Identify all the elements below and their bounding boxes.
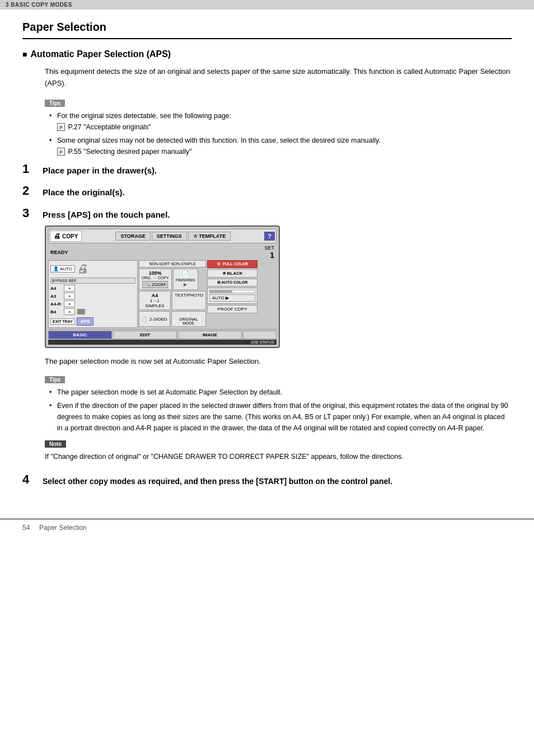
tp-full-color-btn[interactable]: 🎨 FULL COLOR xyxy=(207,260,257,268)
step-1: 1 Place paper in the drawer(s). xyxy=(22,163,512,176)
tp-image-tab[interactable]: IMAGE xyxy=(178,331,242,339)
tp-drawer-a3: A3 ≡ xyxy=(50,293,135,299)
step-2-text: Place the original(s). xyxy=(43,185,125,198)
step-4-text: Select other copy modes as required, and… xyxy=(43,473,392,487)
tp-text-photo-btn[interactable]: TEXT/PHOTO xyxy=(172,291,206,310)
tp-drawer-a4r: A4-R ≡ xyxy=(50,300,135,307)
tp-header: 🖨 COPY STORAGE SETTINGS ☆ TEMPLATE ? xyxy=(48,229,277,243)
note-box: Note If "Change direction of original" o… xyxy=(45,439,512,462)
tp-slider-track xyxy=(209,290,255,293)
tp-copy-icon: 🖨 COPY xyxy=(50,231,82,242)
tip-2-item-1: The paper selection mode is set at Autom… xyxy=(49,387,512,398)
ref-icon-2: P xyxy=(57,148,65,156)
tp-set-area: SET 1 xyxy=(264,245,274,260)
tip-1-item-2: Some original sizes may not be detected … xyxy=(49,135,512,157)
footer-page-label: Paper Selection xyxy=(39,524,87,532)
tp-black-btn[interactable]: ★ BLACK xyxy=(207,269,257,278)
touch-panel: 🖨 COPY STORAGE SETTINGS ☆ TEMPLATE ? REA… xyxy=(45,226,280,348)
tp-exit-tray-btn[interactable]: EXIT TRAY xyxy=(50,318,75,325)
tp-drawer-b4: B4 ≡ xyxy=(50,308,135,315)
page-footer: 54 Paper Selection xyxy=(0,519,534,536)
tips-list-1: For the original sizes detectable, see t… xyxy=(45,110,512,157)
tips-label-2: Tips xyxy=(45,376,65,383)
step-4: 4 Select other copy modes as required, a… xyxy=(22,473,512,487)
tp-color-icon: 🎨 xyxy=(217,262,222,266)
tp-auto-color-btn[interactable]: ⊞ AUTO COLOR xyxy=(207,279,257,287)
step-3: 3 Press [APS] on the touch panel. 🖨 COPY… xyxy=(22,207,512,462)
section-title: Automatic Paper Selection (APS) xyxy=(22,49,512,59)
tp-job-status-bar[interactable]: JOB STATUS xyxy=(48,340,277,345)
step-2: 2 Place the original(s). xyxy=(22,185,512,198)
tp-copier-icon: 🖨 xyxy=(77,262,88,275)
tp-left-panel: 👤 AUTO 🖨 BYPASS REF. A4 ≡ xyxy=(48,260,138,328)
tp-settings-btn[interactable]: SETTINGS xyxy=(152,232,187,241)
tp-drawer-icon-a4r: ≡ xyxy=(64,300,75,307)
tp-footer: BASIC EDIT IMAGE xyxy=(48,329,277,339)
tp-b4-indicator xyxy=(77,309,85,314)
tp-right-panel: 🎨 FULL COLOR ★ BLACK ⊞ AUTO COLOR xyxy=(207,260,257,328)
tp-ready-label: READY xyxy=(50,250,68,255)
tip-2-item-2: Even if the direction of the paper place… xyxy=(49,400,512,434)
tp-finishing-icon: 📄 xyxy=(181,270,190,278)
tp-aps-btn[interactable]: APS xyxy=(77,317,93,326)
tp-drawer-icon-a3: ≡ xyxy=(64,293,75,299)
tp-drawer-a4: A4 ≡ xyxy=(50,285,135,292)
step-4-number: 4 xyxy=(22,473,43,486)
tp-drawer-rows: A4 ≡ A3 ≡ A4-R ≡ xyxy=(50,285,135,315)
top-bar: 3 BASIC COPY MODES xyxy=(0,0,534,10)
top-bar-label: 3 BASIC COPY MODES xyxy=(6,2,72,8)
tp-2sided-icon: 📋 xyxy=(142,317,147,322)
tp-simplex-textphoto-row: A4 1→1 SIMPLEX TEXT/PHOTO xyxy=(139,291,206,310)
main-content: Paper Selection Automatic Paper Selectio… xyxy=(0,10,534,519)
footer-page-num: 54 xyxy=(22,524,30,532)
note-label: Note xyxy=(45,440,66,448)
ref-icon-1: P xyxy=(57,123,65,131)
tp-template-btn[interactable]: ☆ TEMPLATE xyxy=(188,232,231,241)
tp-bypass-label: BYPASS REF. xyxy=(50,278,135,284)
tp-copy-label: COPY xyxy=(62,233,78,240)
tp-storage-btn[interactable]: STORAGE xyxy=(115,232,150,241)
tp-person-icon: 👤 xyxy=(53,266,59,271)
tips-list-2: The paper selection mode is set at Autom… xyxy=(45,387,512,434)
intro-text: This equipment detects the size of an or… xyxy=(45,66,512,90)
tp-body: 👤 AUTO 🖨 BYPASS REF. A4 ≡ xyxy=(48,260,277,328)
tp-basic-tab[interactable]: BASIC xyxy=(48,331,112,339)
tp-zoom-area: 100% ORG. → COPY 🔍 ZOOM xyxy=(139,269,172,290)
note-text: If "Change direction of original" or "CH… xyxy=(45,451,512,462)
step-1-text: Place paper in the drawer(s). xyxy=(43,163,157,176)
tp-drawer-icon-b4: ≡ xyxy=(64,308,75,315)
tp-middle-panel: NON-SORT NON-STAPLE 100% ORG. → COPY 🔍 Z… xyxy=(139,260,206,328)
tp-copy-symbol: 🖨 xyxy=(54,232,60,240)
tp-auto-btn[interactable]: 👤 AUTO xyxy=(50,265,75,273)
step-3-number: 3 xyxy=(22,207,43,219)
tp-nav: STORAGE SETTINGS ☆ TEMPLATE xyxy=(83,232,263,241)
tip-1-item-1: For the original sizes detectable, see t… xyxy=(49,110,512,133)
tp-orig-mode-btn[interactable]: 📄 ORIGINAL MODE xyxy=(171,311,206,327)
after-panel-text: The paper selection mode is now set at A… xyxy=(45,356,512,367)
step-1-number: 1 xyxy=(22,163,43,175)
tips-label-1: Tips xyxy=(45,100,65,107)
step-3-text: Press [APS] on the touch panel. xyxy=(43,207,170,220)
tp-black-icon: ★ xyxy=(222,271,226,276)
page-title: Paper Selection xyxy=(22,21,512,39)
tp-finishing-area: 📄 FINISHING ▶ xyxy=(173,269,198,290)
tp-autocolor-icon: ⊞ xyxy=(217,280,221,284)
tp-status-bar: READY SET 1 xyxy=(48,245,277,260)
tips-box-2: Tips The paper selection mode is set at … xyxy=(45,375,512,434)
tp-zoom-btn[interactable]: 🔍 ZOOM xyxy=(142,281,168,288)
tp-question-btn[interactable]: ? xyxy=(264,232,275,241)
tp-auto-row: 👤 AUTO 🖨 xyxy=(50,262,135,275)
tp-empty-tab xyxy=(243,331,277,339)
tp-2sided-area: 📋 2-SIDED xyxy=(139,311,170,327)
tp-edit-tab[interactable]: EDIT xyxy=(113,331,177,339)
tp-simplex-btn[interactable]: A4 1→1 SIMPLEX xyxy=(139,291,171,310)
touch-panel-wrapper: 🖨 COPY STORAGE SETTINGS ☆ TEMPLATE ? REA… xyxy=(45,226,512,348)
tp-proof-copy-btn[interactable]: PROOF COPY xyxy=(207,305,257,313)
tp-slider-area: AUTO ▶ xyxy=(207,288,257,304)
tips-box-1: Tips For the original sizes detectable, … xyxy=(45,98,512,157)
tp-auto-right-btn[interactable]: AUTO ▶ xyxy=(209,294,255,302)
tp-drawer-icon-a4: ≡ xyxy=(64,285,75,292)
step-2-number: 2 xyxy=(22,185,43,197)
tp-nonsort-btn[interactable]: NON-SORT NON-STAPLE xyxy=(139,260,206,267)
tp-exit-tray-row: EXIT TRAY APS xyxy=(50,317,135,326)
